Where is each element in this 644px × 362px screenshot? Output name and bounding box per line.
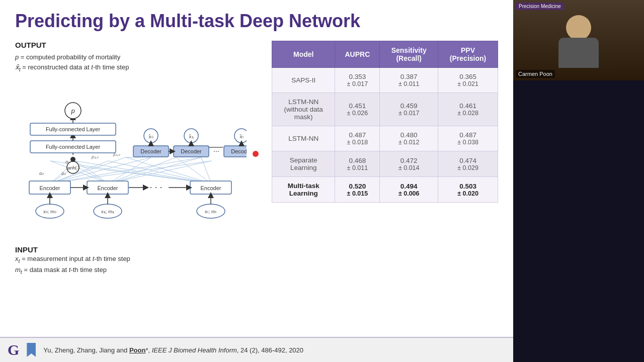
col-ppv: PPV(Precision) xyxy=(438,41,498,68)
cell-auprc: 0.451 ± 0.026 xyxy=(335,93,380,126)
speaker-name-label: Carmen Poon xyxy=(516,70,555,78)
col-auprc: AUPRC xyxy=(335,41,380,68)
svg-text:α₀: α₀ xyxy=(39,171,44,176)
svg-text:Decoder: Decoder xyxy=(181,148,202,154)
svg-text:tanh(·): tanh(·) xyxy=(66,165,79,170)
video-panel: Precision Medicine Carmen Poon xyxy=(513,0,644,362)
svg-text:x̂ₜ: x̂ₜ xyxy=(239,134,244,139)
input-line1: xt = measurement input at t-th time step xyxy=(15,255,130,262)
input-line2: mt = data mask at t-th time step xyxy=(15,266,107,274)
content-row: OUTPUT p = computed probability of morta… xyxy=(15,41,498,277)
citation-author: Poon xyxy=(129,346,146,354)
cell-auprc: 0.468 ± 0.011 xyxy=(335,151,380,177)
person-head xyxy=(566,15,591,40)
table-area: Model AUPRC Sensitivity(Recall) PPV(Prec… xyxy=(272,41,498,203)
svg-text:p: p xyxy=(70,107,74,115)
svg-text:x₁; m₁: x₁; m₁ xyxy=(101,209,114,214)
footer-citation: Yu, Zheng, Zhang, Jiang and Poon*, IEEE … xyxy=(43,346,303,354)
table-row: LSTM-NN 0.487 ± 0.018 0.480 ± 0.012 0.48… xyxy=(272,126,498,151)
footer: G Yu, Zheng, Zhang, Jiang and Poon*, IEE… xyxy=(0,337,513,362)
svg-text:Encoder: Encoder xyxy=(98,185,118,191)
svg-point-52 xyxy=(70,157,75,162)
speaker-video xyxy=(513,0,644,80)
table-row: Multi-taskLearning 0.520 ± 0.015 0.494 ±… xyxy=(272,177,498,203)
table-row: LSTM-NN(without datamask) 0.451 ± 0.026 … xyxy=(272,93,498,126)
cell-sensitivity: 0.459 ± 0.017 xyxy=(380,93,438,126)
svg-line-17 xyxy=(126,157,211,184)
cell-sensitivity: 0.480 ± 0.012 xyxy=(380,126,438,151)
cell-auprc: 0.520 ± 0.015 xyxy=(335,177,380,203)
svg-text:Decoder: Decoder xyxy=(140,148,162,154)
cell-model: LSTM-NN(without datamask) xyxy=(272,93,335,126)
video-rest-area xyxy=(513,80,644,362)
slide: Predicting by a Multi-task Deep Network … xyxy=(0,0,513,362)
cell-ppv: 0.461 ± 0.028 xyxy=(438,93,498,126)
cell-ppv: 0.474 ± 0.029 xyxy=(438,151,498,177)
svg-text:Encoder: Encoder xyxy=(40,185,60,191)
cell-model: SeparateLearning xyxy=(272,151,335,177)
citation-start: Yu, Zheng, Zhang, Jiang and xyxy=(43,346,129,354)
col-sensitivity: Sensitivity(Recall) xyxy=(380,41,438,68)
input-desc: xt = measurement input at t-th time step… xyxy=(15,254,262,277)
input-label: INPUT xyxy=(15,245,262,254)
svg-text:x̂₀: x̂₀ xyxy=(148,134,153,139)
output-line1: p = computed probability of mortality xyxy=(15,53,120,61)
cell-sensitivity: 0.387 ± 0.011 xyxy=(380,68,438,93)
red-dot-marker xyxy=(253,151,259,157)
cell-sensitivity: 0.494 ± 0.006 xyxy=(380,177,438,203)
diagram-area: OUTPUT p = computed probability of morta… xyxy=(15,41,262,277)
cell-model: SAPS-II xyxy=(272,68,335,93)
svg-text:xₜ; mₜ: xₜ; mₜ xyxy=(205,209,217,214)
video-feed: Precision Medicine Carmen Poon xyxy=(513,0,644,80)
col-model: Model xyxy=(272,41,335,68)
svg-line-4 xyxy=(75,161,211,184)
results-table: Model AUPRC Sensitivity(Recall) PPV(Prec… xyxy=(272,41,498,203)
svg-text:Fully-connected Layer: Fully-connected Layer xyxy=(46,126,101,132)
footer-bookmark-icon xyxy=(27,343,36,357)
output-line2: x̂t = reconstructed data at t-th time st… xyxy=(15,63,129,71)
table-row: SeparateLearning 0.468 ± 0.011 0.472 ± 0… xyxy=(272,151,498,177)
cell-ppv: 0.487 ± 0.038 xyxy=(438,126,498,151)
output-desc: p = computed probability of mortality x̂… xyxy=(15,52,262,73)
svg-text:x̂₁: x̂₁ xyxy=(189,134,194,139)
cell-sensitivity: 0.472 ± 0.014 xyxy=(380,151,438,177)
cell-ppv: 0.365 ± 0.021 xyxy=(438,68,498,93)
output-label: OUTPUT xyxy=(15,41,262,49)
citation-end: *, IEEE J Biomed Health Inform, 24 (2), … xyxy=(145,346,303,354)
svg-text:Encoder: Encoder xyxy=(201,185,221,191)
cell-model: Multi-taskLearning xyxy=(272,177,335,203)
svg-text:β₀,₀: β₀,₀ xyxy=(91,155,99,159)
cell-auprc: 0.353 ± 0.017 xyxy=(335,68,380,93)
svg-line-2 xyxy=(75,161,108,184)
svg-text:x₀; m₀: x₀; m₀ xyxy=(43,209,56,214)
cell-model: LSTM-NN xyxy=(272,126,335,151)
svg-text:α₁: α₁ xyxy=(61,171,66,176)
cell-ppv: 0.503 ± 0.020 xyxy=(438,177,498,203)
cell-auprc: 0.487 ± 0.018 xyxy=(335,126,380,151)
svg-text:Decoder: Decoder xyxy=(231,148,247,154)
svg-text:Fully-connected Layer: Fully-connected Layer xyxy=(46,144,101,150)
footer-logo: G xyxy=(8,341,19,358)
table-row: SAPS-II 0.353 ± 0.017 0.387 ± 0.011 0.36… xyxy=(272,68,498,93)
svg-text:· · · ·: · · · · xyxy=(144,182,162,192)
neural-network-diagram: Encoder Encoder · · · · Encoder x₀; m₀ xyxy=(15,80,247,241)
channel-label: Precision Medicine xyxy=(516,3,564,10)
slide-title: Predicting by a Multi-task Deep Network xyxy=(15,10,498,32)
svg-text:αₜ: αₜ xyxy=(65,159,69,164)
person-body xyxy=(558,38,599,68)
svg-text:···: ··· xyxy=(213,147,219,155)
